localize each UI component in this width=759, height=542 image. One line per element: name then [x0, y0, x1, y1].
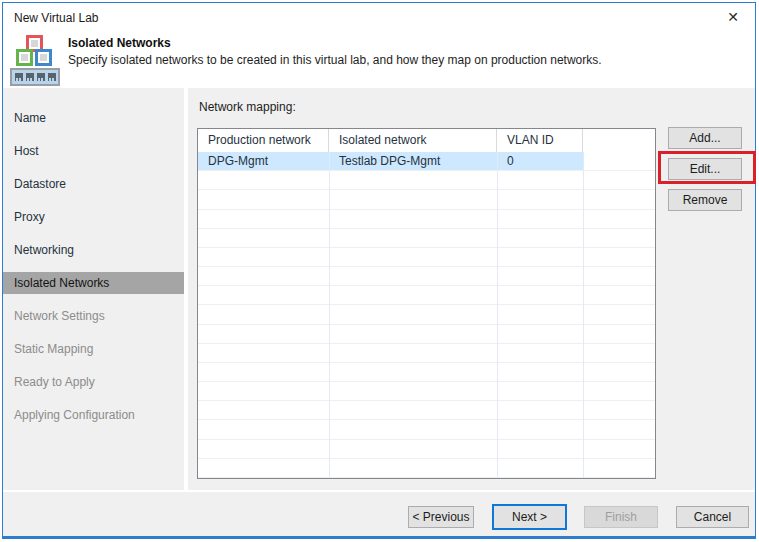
step-title: Isolated Networks [68, 36, 171, 50]
wizard-steps-sidebar: NameHostDatastoreProxyNetworkingIsolated… [3, 88, 188, 490]
table-cell [329, 325, 497, 343]
wizard-steps-list: NameHostDatastoreProxyNetworkingIsolated… [3, 101, 184, 431]
table-cell [198, 210, 329, 228]
table-row-dpg-mgmt[interactable]: DPG-MgmtTestlab DPG-Mgmt0 [198, 152, 655, 171]
sidebar-item-label: Name [14, 111, 46, 125]
table-cell [583, 171, 655, 189]
remove-button[interactable]: Remove [668, 189, 742, 211]
table-cell [497, 382, 583, 400]
table-cell [329, 305, 497, 323]
table-cell [497, 363, 583, 381]
table-cell [583, 363, 655, 381]
table-cell [198, 344, 329, 362]
sidebar-item-network-settings[interactable]: Network Settings [3, 299, 184, 332]
column-separator [329, 152, 330, 478]
table-cell [583, 267, 655, 285]
table-cell [198, 229, 329, 247]
table-cell [329, 229, 497, 247]
column-header-empty [583, 129, 655, 152]
table-cell [329, 440, 497, 458]
table-cell [497, 248, 583, 266]
table-cell [198, 325, 329, 343]
sidebar-item-label: Datastore [14, 177, 66, 191]
table-cell: Testlab DPG-Mgmt [329, 152, 497, 170]
column-header-production-network[interactable]: Production network [198, 129, 329, 152]
column-header-vlan-id[interactable]: VLAN ID [497, 129, 583, 152]
sidebar-item-ready-to-apply[interactable]: Ready to Apply [3, 365, 184, 398]
sidebar-item-label: Networking [14, 243, 74, 257]
dialog-body: NameHostDatastoreProxyNetworkingIsolated… [3, 88, 755, 490]
sidebar-item-name[interactable]: Name [3, 101, 184, 134]
table-row-empty [198, 248, 655, 267]
table-cell [329, 363, 497, 381]
table-cell: 0 [497, 152, 583, 170]
table-cell [329, 459, 497, 477]
network-port-icon [48, 73, 56, 81]
table-cell [198, 305, 329, 323]
table-cell [329, 267, 497, 285]
icon-square-green [16, 49, 33, 66]
table-cell [198, 363, 329, 381]
table-cell [497, 440, 583, 458]
table-row-empty [198, 459, 655, 478]
step-description: Specify isolated networks to be created … [68, 53, 602, 67]
table-row-empty [198, 267, 655, 286]
table-cell [497, 325, 583, 343]
network-mapping-table[interactable]: Production networkIsolated networkVLAN I… [197, 128, 656, 479]
next-button[interactable]: Next > [492, 504, 567, 530]
edit-button[interactable]: Edit... [668, 158, 742, 180]
column-header-isolated-network[interactable]: Isolated network [329, 129, 497, 152]
column-separator [497, 152, 498, 478]
sidebar-item-networking[interactable]: Networking [3, 233, 184, 266]
table-cell [583, 305, 655, 323]
network-port-icon [15, 73, 23, 81]
table-cell [329, 286, 497, 304]
table-cell [329, 401, 497, 419]
table-cell [583, 344, 655, 362]
sidebar-item-datastore[interactable]: Datastore [3, 167, 184, 200]
table-cell [329, 171, 497, 189]
table-row-empty [198, 382, 655, 401]
sidebar-item-host[interactable]: Host [3, 134, 184, 167]
table-cell [583, 190, 655, 208]
table-cell [497, 344, 583, 362]
icon-network-bar [10, 68, 60, 86]
previous-button[interactable]: < Previous [408, 506, 474, 528]
close-icon[interactable]: ✕ [724, 8, 742, 26]
table-cell [583, 286, 655, 304]
table-cell [497, 267, 583, 285]
sidebar-item-isolated-networks[interactable]: Isolated Networks [3, 266, 184, 299]
table-row-empty [198, 401, 655, 420]
sidebar-item-label: Isolated Networks [14, 276, 109, 290]
table-row-empty [198, 286, 655, 305]
table-row-empty [198, 325, 655, 344]
table-cell [583, 420, 655, 438]
table-cell [329, 382, 497, 400]
sidebar-item-applying-configuration[interactable]: Applying Configuration [3, 398, 184, 431]
table-cell [198, 248, 329, 266]
sidebar-item-proxy[interactable]: Proxy [3, 200, 184, 233]
table-cell [583, 401, 655, 419]
cancel-button[interactable]: Cancel [676, 506, 749, 528]
table-row-empty [198, 171, 655, 190]
table-row-empty [198, 190, 655, 209]
table-row-empty [198, 440, 655, 459]
table-cell [329, 248, 497, 266]
table-cell [497, 305, 583, 323]
table-row-empty [198, 229, 655, 248]
table-cell [497, 190, 583, 208]
sidebar-item-static-mapping[interactable]: Static Mapping [3, 332, 184, 365]
table-row-empty [198, 420, 655, 439]
table-cell [198, 267, 329, 285]
sidebar-item-label: Proxy [14, 210, 45, 224]
add-button[interactable]: Add... [668, 127, 742, 149]
table-cell [583, 152, 655, 170]
table-cell [497, 401, 583, 419]
titlebar: New Virtual Lab ✕ [3, 3, 755, 33]
sidebar-item-label: Applying Configuration [14, 408, 135, 422]
table-cell [583, 440, 655, 458]
table-cell [198, 171, 329, 189]
window-title: New Virtual Lab [14, 11, 99, 25]
table-cell [198, 420, 329, 438]
table-body: DPG-MgmtTestlab DPG-Mgmt0 [198, 152, 655, 478]
